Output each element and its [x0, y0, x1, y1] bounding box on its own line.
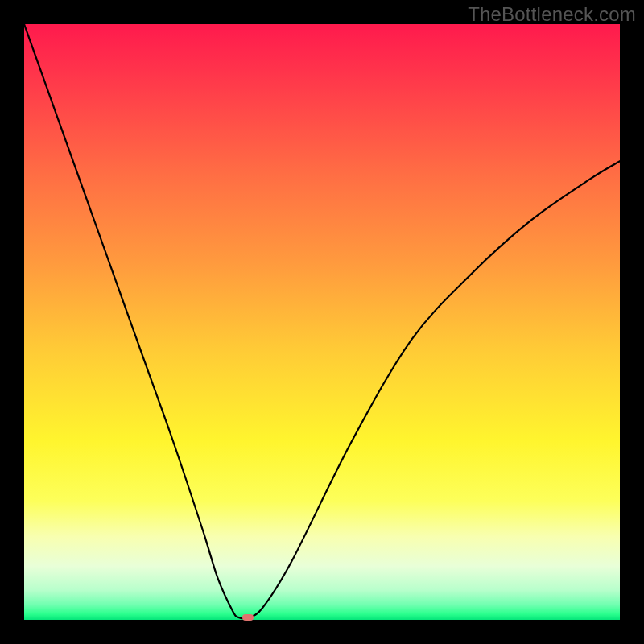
- optimal-point-marker: [242, 614, 254, 621]
- watermark-text: TheBottleneck.com: [468, 3, 636, 26]
- bottleneck-curve: [24, 24, 620, 620]
- plot-area: [24, 24, 620, 620]
- chart-frame: TheBottleneck.com: [0, 0, 644, 644]
